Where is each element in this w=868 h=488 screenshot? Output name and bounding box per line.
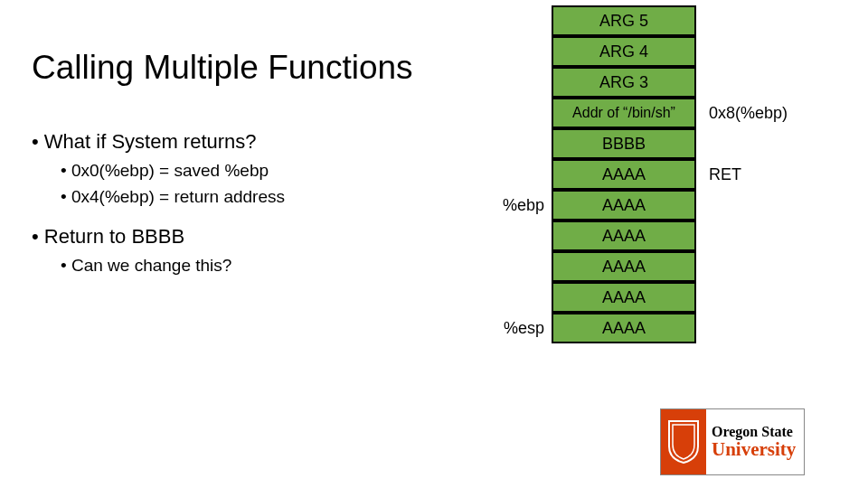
stack-row-left: %ebp xyxy=(503,190,544,221)
osu-logo-line2: University xyxy=(712,438,804,461)
stack-row-right xyxy=(703,67,709,98)
stack-cell: ARG 5 xyxy=(552,5,696,36)
stack-diagram: ARG 5 ARG 4 ARG 3 Addr of “/bin/sh” 0x8(… xyxy=(552,5,696,343)
stack-row-right xyxy=(703,190,709,221)
stack-cell: Addr of “/bin/sh” xyxy=(552,98,696,128)
bullet-q1b: • 0x4(%ebp) = return address xyxy=(61,185,285,209)
bullet-q2a-text: Can we change this? xyxy=(71,256,231,275)
osu-logo: Oregon State University xyxy=(660,408,805,475)
stack-row-right xyxy=(703,251,709,282)
osu-shield-icon xyxy=(661,409,706,474)
stack-cell: AAAA xyxy=(552,313,696,343)
osu-logo-text: Oregon State University xyxy=(706,409,804,474)
stack-row: AAAA xyxy=(552,282,696,313)
bullet-q1a-text: 0x0(%ebp) = saved %ebp xyxy=(71,161,269,180)
stack-row: %ebp AAAA xyxy=(552,190,696,221)
stack-row: ARG 5 xyxy=(552,5,696,36)
stack-cell: AAAA xyxy=(552,251,696,282)
stack-row: %esp AAAA xyxy=(552,313,696,343)
bullet-q1a: • 0x0(%ebp) = saved %ebp xyxy=(61,159,285,183)
bullet-q1: • What if System returns? xyxy=(32,128,285,155)
body-text: • What if System returns? • 0x0(%ebp) = … xyxy=(32,128,285,277)
stack-row: AAAA xyxy=(552,251,696,282)
stack-row-right xyxy=(703,282,709,313)
bullet-q2: • Return to BBBB xyxy=(32,223,285,250)
bullet-q2-text: Return to BBBB xyxy=(44,225,184,248)
stack-row-left: %esp xyxy=(504,313,544,343)
bullet-q1-text: What if System returns? xyxy=(44,130,257,153)
stack-row-right xyxy=(703,36,709,67)
stack-row-right: RET xyxy=(703,159,741,190)
stack-row-right xyxy=(703,221,709,251)
slide-title: Calling Multiple Functions xyxy=(32,49,413,87)
stack-cell: ARG 3 xyxy=(552,67,696,98)
stack-row: Addr of “/bin/sh” 0x8(%ebp) xyxy=(552,98,696,128)
stack-row: AAAA RET xyxy=(552,159,696,190)
stack-cell: AAAA xyxy=(552,221,696,251)
stack-row: ARG 4 xyxy=(552,36,696,67)
stack-row: BBBB xyxy=(552,128,696,159)
stack-row: ARG 3 xyxy=(552,67,696,98)
stack-cell: BBBB xyxy=(552,128,696,159)
stack-row-right: 0x8(%ebp) xyxy=(703,98,788,128)
bullet-q1b-text: 0x4(%ebp) = return address xyxy=(71,187,285,206)
stack-cell: AAAA xyxy=(552,190,696,221)
bullet-q2a: • Can we change this? xyxy=(61,254,285,277)
stack-cell: ARG 4 xyxy=(552,36,696,67)
stack-cell: AAAA xyxy=(552,282,696,313)
stack-row-right xyxy=(703,313,709,343)
stack-cell: AAAA xyxy=(552,159,696,190)
stack-row-right xyxy=(703,128,709,159)
stack-row-right xyxy=(703,5,709,36)
stack-row: AAAA xyxy=(552,221,696,251)
